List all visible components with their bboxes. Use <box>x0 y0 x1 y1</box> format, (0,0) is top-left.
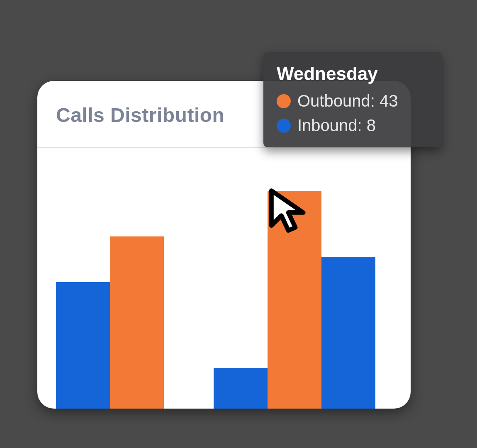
bar-group-1[interactable] <box>56 156 164 409</box>
bar-outbound-1[interactable] <box>110 236 164 409</box>
tooltip-outbound-label: Outbound: 43 <box>297 92 398 110</box>
tooltip-day: Wednesday <box>277 63 428 84</box>
chart-tooltip: Wednesday Outbound: 43 Inbound: 8 <box>263 52 442 147</box>
chart-plot-area[interactable] <box>37 156 411 409</box>
tooltip-row-outbound: Outbound: 43 <box>277 92 428 110</box>
cursor-icon <box>265 187 315 236</box>
tooltip-inbound-label: Inbound: 8 <box>297 116 376 135</box>
bar-inbound-2[interactable] <box>214 368 268 409</box>
dot-outbound-icon <box>277 94 291 108</box>
bar-inbound-1[interactable] <box>56 282 110 409</box>
divider <box>37 147 411 148</box>
chart-plot-inner <box>52 156 396 409</box>
tooltip-row-inbound: Inbound: 8 <box>277 116 428 135</box>
dot-inbound-icon <box>277 119 291 133</box>
card-title: Calls Distribution <box>56 104 224 127</box>
bar-inbound-next[interactable] <box>321 257 375 409</box>
